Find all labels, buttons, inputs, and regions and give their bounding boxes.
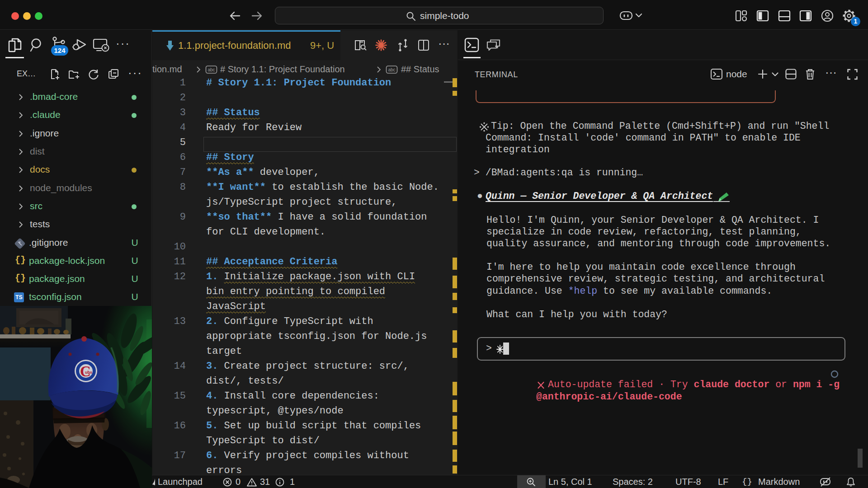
svg-text:abc: abc <box>208 67 215 72</box>
svg-text:abc: abc <box>388 67 395 72</box>
